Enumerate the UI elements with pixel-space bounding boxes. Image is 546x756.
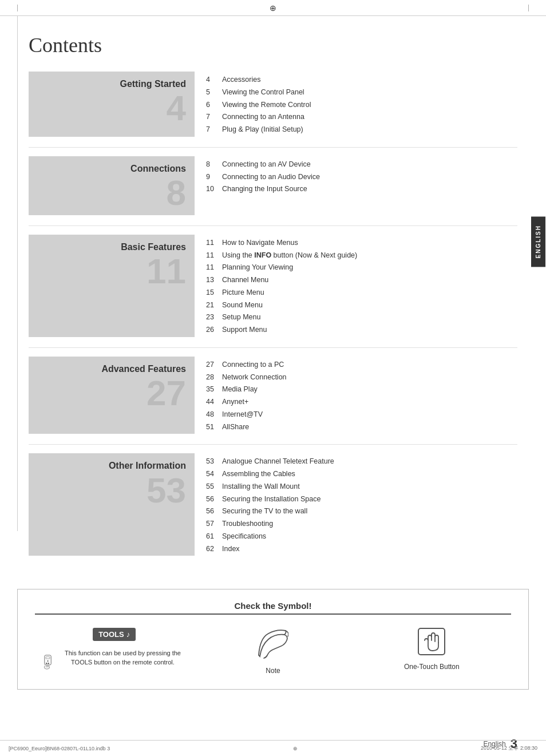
section-row-getting-started: Getting Started44Accessories5Viewing the… (29, 72, 517, 137)
list-item: 7Plug & Play (Initial Setup) (206, 124, 517, 135)
item-num: 11 (206, 250, 222, 261)
note-label: Note (266, 667, 280, 675)
item-text: Setup Menu (222, 312, 260, 323)
tools-badge-text: TOOLS (98, 630, 124, 639)
item-text: Connecting to an AV Device (222, 159, 311, 170)
item-num: 21 (206, 300, 222, 311)
list-item: 11Using the INFO button (Now & Next guid… (206, 250, 517, 261)
section-items-advanced-features: 27Connecting to a PC28Network Connection… (195, 357, 517, 434)
list-item: 7Connecting to an Antenna (206, 112, 517, 122)
item-text: Connecting to an Antenna (222, 112, 304, 122)
compass-icon-bottom: ⊕ (293, 746, 298, 751)
item-text: Index (222, 544, 240, 555)
symbol-row: TOOLS ♪ (35, 628, 511, 675)
section-number-getting-started: 4 (167, 90, 186, 126)
item-num: 56 (206, 506, 222, 517)
item-text: Analogue Channel Teletext Feature (222, 456, 334, 467)
section-items-basic-features: 11How to Navigate Menus11Using the INFO … (195, 235, 517, 337)
symbol-tools-item: TOOLS ♪ (43, 628, 186, 675)
section-row-basic-features: Basic Features1111How to Navigate Menus1… (29, 235, 517, 337)
list-item: 57Troubleshooting (206, 518, 517, 529)
item-num: 44 (206, 397, 222, 407)
footer-left: [PC6900_Eeuro]BN68-02807L-01L10.indb 3 (9, 746, 110, 751)
section-row-connections: Connections88Connecting to an AV Device9… (29, 156, 517, 215)
section-row-other-information: Other Information5353Analogue Channel Te… (29, 453, 517, 556)
item-num: 56 (206, 494, 222, 505)
item-num: 11 (206, 238, 222, 248)
item-num: 7 (206, 124, 222, 135)
compass-icon-top: ⊕ (270, 3, 276, 13)
list-item: 26Support Menu (206, 324, 517, 335)
item-text: Picture Menu (222, 287, 264, 298)
section-items-connections: 8Connecting to an AV Device9Connecting t… (195, 156, 517, 215)
item-num: 62 (206, 544, 222, 555)
item-num: 54 (206, 469, 222, 480)
section-name-other-information: Other Information (109, 460, 186, 471)
sections-container: Getting Started44Accessories5Viewing the… (29, 72, 517, 556)
item-text: Connecting to a PC (222, 359, 284, 370)
list-item: 11Planning Your Viewing (206, 262, 517, 273)
top-bar: ⊕ (0, 0, 546, 16)
page-wrapper: ⊕ ENGLISH Contents Getting Started44Acce… (0, 0, 546, 756)
list-item: 9Connecting to an Audio Device (206, 172, 517, 183)
tools-desc-text: This function can be used by pressing th… (60, 649, 185, 667)
svg-point-2 (47, 660, 48, 662)
item-text: Network Connection (222, 372, 287, 383)
onetouch-label: One-Touch Button (404, 663, 460, 671)
item-num: 26 (206, 324, 222, 335)
item-text: Connecting to an Audio Device (222, 172, 320, 183)
section-number-basic-features: 11 (147, 254, 186, 289)
item-num: 51 (206, 422, 222, 433)
list-item: 21Sound Menu (206, 300, 517, 311)
section-label-box-getting-started: Getting Started4 (29, 72, 195, 137)
item-text: AllShare (222, 422, 249, 433)
item-num: 23 (206, 312, 222, 323)
list-item: 55Installing the Wall Mount (206, 481, 517, 492)
item-text: Anynet+ (222, 397, 248, 407)
section-number-connections: 8 (167, 175, 186, 211)
item-num: 27 (206, 359, 222, 370)
list-item: 11How to Navigate Menus (206, 238, 517, 248)
section-number-other-information: 53 (147, 473, 186, 508)
section-divider (29, 147, 517, 148)
section-divider (29, 225, 517, 226)
item-text: Securing the TV to the wall (222, 506, 307, 517)
list-item: 56Securing the TV to the wall (206, 506, 517, 517)
list-item: 27Connecting to a PC (206, 359, 517, 370)
list-item: 5Viewing the Control Panel (206, 87, 517, 98)
item-text: How to Navigate Menus (222, 238, 298, 248)
section-label-box-other-information: Other Information53 (29, 453, 195, 556)
bottom-bar: [PC6900_Eeuro]BN68-02807L-01L10.indb 3 ⊕… (0, 740, 546, 756)
item-text: Channel Menu (222, 275, 268, 286)
item-num: 61 (206, 531, 222, 542)
item-text: Assembling the Cables (222, 469, 295, 480)
item-num: 57 (206, 518, 222, 529)
footer-right: 2010-05-12 오후 2:08:30 (481, 745, 537, 752)
item-text: Installing the Wall Mount (222, 481, 300, 492)
section-row-advanced-features: Advanced Features2727Connecting to a PC2… (29, 357, 517, 434)
list-item: 56Securing the Installation Space (206, 494, 517, 505)
onetouch-svg (420, 630, 443, 653)
list-item: 4Accessories (206, 74, 517, 85)
onetouch-icon (418, 628, 445, 655)
item-text: Changing the Input Source (222, 184, 307, 195)
section-divider (29, 347, 517, 348)
symbol-onetouch-item: One-Touch Button (361, 628, 504, 671)
list-item: 35Media Play (206, 384, 517, 395)
note-icon (257, 628, 288, 659)
list-item: 10Changing the Input Source (206, 184, 517, 195)
svg-rect-1 (46, 657, 50, 659)
list-item: 6Viewing the Remote Control (206, 100, 517, 110)
item-num: 28 (206, 372, 222, 383)
list-item: 8Connecting to an AV Device (206, 159, 517, 170)
item-num: 53 (206, 456, 222, 467)
symbol-box-title: Check the Symbol! (35, 601, 511, 615)
list-item: 15Picture Menu (206, 287, 517, 298)
list-item: 13Channel Menu (206, 275, 517, 286)
item-text: Support Menu (222, 324, 267, 335)
item-text: Planning Your Viewing (222, 262, 293, 273)
list-item: 62Index (206, 544, 517, 555)
item-num: 15 (206, 287, 222, 298)
item-text: Accessories (222, 74, 260, 85)
item-text: Using the INFO button (Now & Next guide) (222, 250, 357, 261)
